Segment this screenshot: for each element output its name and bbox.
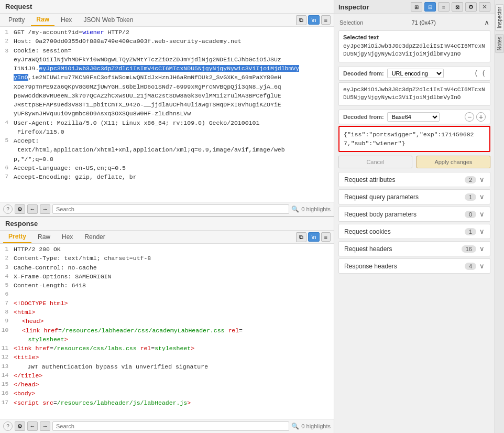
- action-buttons: Cancel Apply changes: [338, 156, 490, 168]
- tab-raw-resp[interactable]: Raw: [32, 231, 56, 243]
- collapsible-cookies[interactable]: Request cookies 1 ∨: [338, 224, 490, 239]
- help-icon[interactable]: ?: [3, 204, 13, 214]
- table-row: 4 User-Agent: Mozilla/5.0 (X11; Linux x8…: [0, 118, 334, 137]
- table-row: 12 <title>: [0, 353, 334, 362]
- request-tabs-bar: Pretty Raw Hex JSON Web Token ⧉ \n ≡: [0, 14, 334, 27]
- table-row: 11 <link href=/resources/css/labs.css re…: [0, 344, 334, 353]
- collapsible-count: 16: [462, 245, 476, 253]
- table-row: 4 X-Frame-Options: SAMEORIGIN: [0, 272, 334, 281]
- resp-copy-btn[interactable]: ⧉: [296, 232, 306, 242]
- table-row: 1 HTTP/2 200 OK: [0, 245, 334, 254]
- selection-row: Selection 71 (0x47) ∧: [338, 18, 490, 27]
- chevron-down-icon: ∨: [479, 228, 485, 235]
- tab-render-resp[interactable]: Render: [79, 231, 110, 243]
- side-tab-notes[interactable]: Notes: [495, 34, 504, 53]
- selection-chevron[interactable]: ∧: [484, 18, 489, 27]
- chevron-down-icon: ∨: [479, 193, 485, 201]
- chevron-down-icon: ∨: [479, 210, 485, 218]
- response-highlights-count: 0 highlights: [301, 423, 331, 429]
- side-vertical-tabs: Inspector Notes: [495, 0, 504, 433]
- insp-split-btn[interactable]: ⊠: [452, 2, 463, 12]
- decoded-from-select1[interactable]: URL encoding Base64 HTML encoding: [387, 69, 444, 78]
- response-code-area: 1 HTTP/2 200 OK 2 Content-Type: text/htm…: [0, 244, 334, 419]
- resp-wrap-btn[interactable]: \n: [308, 232, 319, 242]
- table-row: 3 Cookie: session= eyJraWQiOiIlNjVhMDFkY…: [0, 46, 334, 118]
- request-search-input[interactable]: [52, 204, 289, 214]
- request-panel: Request Pretty Raw Hex JSON Web Token ⧉ …: [0, 0, 334, 217]
- resp-search-icon[interactable]: 🔍: [291, 423, 299, 430]
- resp-settings-icon[interactable]: ⚙: [15, 421, 25, 431]
- tab-pretty-req[interactable]: Pretty: [3, 14, 30, 26]
- decoded-url-row: Decoded from: URL encoding Base64 HTML e…: [338, 66, 490, 81]
- table-row: 10 <link href=/resources/labheader/css/a…: [0, 326, 334, 344]
- inspector-title: Inspector: [338, 3, 409, 11]
- settings-icon[interactable]: ⚙: [15, 204, 25, 214]
- collapsible-label: Response headers: [344, 263, 465, 270]
- collapsible-body-params[interactable]: Request body parameters 0 ∨: [338, 207, 490, 222]
- table-row: 5 Content-Length: 6418: [0, 281, 334, 290]
- request-highlights-count: 0 highlights: [301, 206, 331, 212]
- table-row: 15 </head>: [0, 380, 334, 389]
- decoded-base64-content: {"iss":"portswigger","exp":1714596827,"s…: [338, 126, 490, 153]
- resp-back-icon[interactable]: ←: [27, 421, 38, 431]
- chevron-down-icon: ∨: [479, 245, 485, 253]
- request-search-bar: ? ⚙ ← → 🔍 0 highlights: [0, 202, 334, 216]
- table-row: 6 Accept-Language: en-US,en;q=0.5: [0, 164, 334, 172]
- selection-label: Selection: [339, 19, 363, 26]
- insp-align-btn[interactable]: ≡: [438, 2, 450, 12]
- cancel-button[interactable]: Cancel: [338, 156, 412, 168]
- tab-hex-req[interactable]: Hex: [56, 14, 77, 26]
- collapsible-query-params[interactable]: Request query parameters 1 ∨: [338, 189, 490, 204]
- resp-menu-btn[interactable]: ≡: [321, 232, 331, 242]
- collapsible-label: Request attributes: [344, 176, 465, 183]
- minus-btn[interactable]: −: [465, 112, 474, 122]
- response-tabs-bar: Pretty Raw Hex Render ⧉ \n ≡: [0, 231, 334, 244]
- req-wrap-btn[interactable]: \n: [308, 15, 319, 25]
- chevron-down-icon: ∨: [479, 176, 485, 183]
- table-row: 7 Accept-Encoding: gzip, deflate, br: [0, 172, 334, 181]
- collapsible-label: Request body parameters: [344, 211, 465, 218]
- request-code-area: 1 GET /my-account?id=wiener HTTP/2 2 Hos…: [0, 27, 334, 202]
- search-icon[interactable]: 🔍: [291, 205, 299, 213]
- decoded-from-select2[interactable]: Base64 URL encoding: [387, 112, 440, 122]
- insp-settings-btn[interactable]: ⚙: [465, 2, 477, 12]
- decoded-url-content: eyJpc3MiOiJwb3J0c3dpZ2dlciIsImV4cCI6MTcx…: [338, 82, 490, 106]
- collapsible-resp-headers[interactable]: Response headers 4 ∨: [338, 258, 490, 274]
- collapsible-request-attributes[interactable]: Request attributes 2 ∨: [338, 172, 490, 187]
- response-search-input[interactable]: [52, 421, 289, 431]
- table-row: 2 Host: 0a2700dd0355d0f880a749e400ca003f…: [0, 37, 334, 46]
- decoded-base64-row: Decoded from: Base64 URL encoding − +: [338, 110, 490, 124]
- tab-pretty-resp[interactable]: Pretty: [3, 231, 31, 243]
- tab-hex-resp[interactable]: Hex: [57, 231, 78, 243]
- insp-close-btn[interactable]: ✕: [479, 2, 490, 12]
- collapsible-req-headers[interactable]: Request headers 16 ∨: [338, 241, 490, 256]
- selected-text-title: Selected text: [343, 34, 486, 40]
- table-row: 8 <html>: [0, 308, 334, 317]
- decoded-url-section: Decoded from: URL encoding Base64 HTML e…: [338, 66, 490, 106]
- collapsible-count: 1: [465, 228, 476, 235]
- table-row: 1 GET /my-account?id=wiener HTTP/2: [0, 28, 334, 37]
- collapsible-label: Request query parameters: [344, 193, 465, 201]
- tab-jwt-req[interactable]: JSON Web Token: [78, 14, 138, 26]
- plus-btn[interactable]: +: [476, 112, 486, 122]
- side-tab-inspector[interactable]: Inspector: [495, 4, 504, 31]
- decoded-from-label2: Decoded from:: [343, 114, 384, 120]
- selected-text-content: eyJpc3MiOiJwb3J0c3dpZ2dlciIsImV4cCI6MTcx…: [343, 42, 486, 59]
- insp-layout-btn2[interactable]: ⊟: [424, 2, 436, 12]
- table-row: 2 Content-Type: text/html; charset=utf-8: [0, 254, 334, 263]
- table-row: 14 </title>: [0, 371, 334, 380]
- chevron-down-icon: ∨: [479, 262, 485, 270]
- req-menu-btn[interactable]: ≡: [321, 15, 331, 25]
- decoded-base64-section: Decoded from: Base64 URL encoding − + {"…: [338, 110, 490, 153]
- inspector-body: Selection 71 (0x47) ∧ Selected text eyJp…: [334, 14, 495, 433]
- forward-icon[interactable]: →: [40, 204, 50, 214]
- resp-help-icon[interactable]: ?: [3, 421, 13, 431]
- resp-forward-icon[interactable]: →: [40, 421, 50, 431]
- response-header: Response: [0, 217, 334, 231]
- table-row: 6: [0, 290, 334, 299]
- back-icon[interactable]: ←: [27, 204, 38, 214]
- insp-layout-btn1[interactable]: ⊞: [411, 2, 422, 12]
- req-copy-btn[interactable]: ⧉: [296, 15, 306, 25]
- tab-raw-req[interactable]: Raw: [31, 14, 54, 26]
- apply-changes-button[interactable]: Apply changes: [417, 156, 490, 168]
